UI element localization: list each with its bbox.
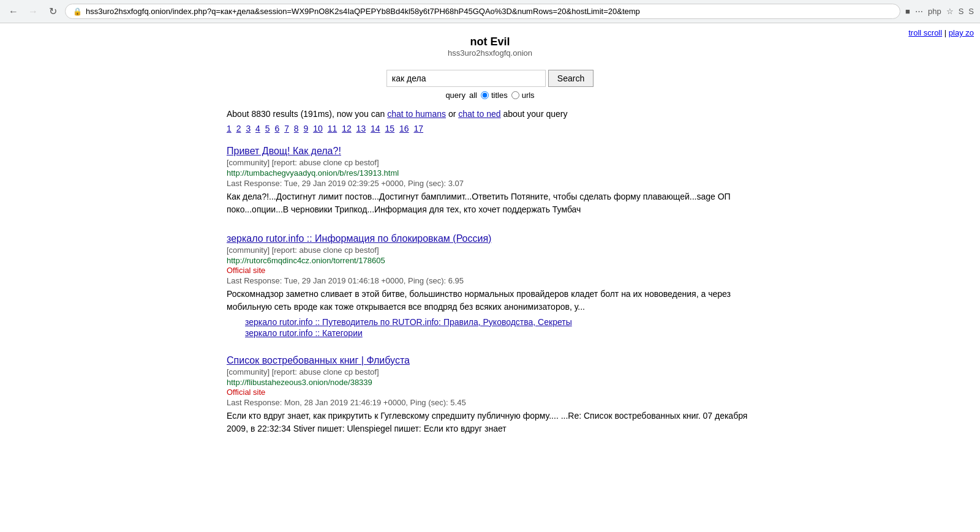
browser-actions: ■ ⋯ php ☆ S S — [905, 7, 974, 16]
address-bar[interactable]: 🔒 hss3uro2hsxfogfq.onion/index.php?q=как… — [65, 4, 900, 19]
result-ping: Last Response: Tue, 29 Jan 2019 01:46:18… — [227, 276, 753, 285]
profile-icon-2: S — [968, 7, 974, 16]
sub-links: зеркало rutor.info :: Путеводитель по RU… — [227, 317, 753, 338]
menu-icon: ⋯ — [915, 7, 923, 16]
page-5[interactable]: 5 — [265, 124, 270, 133]
urls-option[interactable]: urls — [511, 91, 535, 100]
address-text: hss3uro2hsxfogfq.onion/index.php?q=как+д… — [86, 7, 640, 16]
chat-humans-link[interactable]: chat to humans — [387, 109, 446, 119]
result-url-link[interactable]: http://rutorc6mqdinc4cz.onion/torrent/17… — [227, 256, 385, 265]
result-meta-text: [community] [report: abuse clone cp best… — [227, 245, 379, 255]
titles-label: titles — [491, 91, 508, 100]
about-text: about your query — [503, 109, 567, 119]
page-13[interactable]: 13 — [356, 124, 366, 133]
reload-button[interactable]: ↻ — [45, 4, 60, 19]
result-meta: [community] [report: abuse clone cp best… — [227, 158, 753, 167]
page-17[interactable]: 17 — [413, 124, 423, 133]
result-ping: Last Response: Mon, 28 Jan 2019 21:46:19… — [227, 398, 753, 407]
urls-radio[interactable] — [511, 91, 519, 99]
chat-ned-link[interactable]: chat to ned — [458, 109, 500, 119]
titles-radio[interactable] — [481, 91, 489, 99]
site-domain: hss3uro2hsxfogfq.onion — [227, 48, 753, 58]
result-title: Привет Двощ! Как дела?! — [227, 146, 753, 157]
titles-option[interactable]: titles — [481, 91, 508, 100]
result-url: http://tumbachegvyaadyq.onion/b/res/1391… — [227, 168, 753, 178]
page-11[interactable]: 11 — [328, 124, 337, 133]
browser-chrome: ← → ↻ 🔒 hss3uro2hsxfogfq.onion/index.php… — [0, 0, 980, 23]
play-zo-link[interactable]: play zo — [949, 28, 974, 37]
result-url-link[interactable]: http://tumbachegvyaadyq.onion/b/res/1391… — [227, 168, 399, 178]
search-input[interactable] — [386, 70, 546, 87]
result-item: Привет Двощ! Как дела?! [community] [rep… — [227, 146, 753, 216]
urls-label: urls — [522, 91, 535, 100]
result-title-link[interactable]: Привет Двощ! Как дела?! — [227, 146, 341, 156]
result-url-link[interactable]: http://flibustahezeous3.onion/node/38339 — [227, 378, 372, 387]
search-form: Search — [386, 70, 594, 87]
pagination: 1 2 3 4 5 6 7 8 9 10 11 12 13 14 15 16 1… — [227, 124, 753, 133]
site-header: not Evil hss3uro2hsxfogfq.onion — [227, 36, 753, 58]
result-snippet: Если кто вдруг знает, как прикрутить к Г… — [227, 410, 753, 435]
page-10[interactable]: 10 — [313, 124, 323, 133]
forward-button[interactable]: → — [26, 4, 40, 19]
or-text: or — [448, 109, 456, 119]
page-8[interactable]: 8 — [294, 124, 299, 133]
result-url: http://rutorc6mqdinc4cz.onion/torrent/17… — [227, 256, 753, 265]
page-9[interactable]: 9 — [304, 124, 309, 133]
query-label: query — [445, 91, 466, 100]
lock-icon: 🔒 — [73, 7, 82, 16]
top-right-links: troll scroll | play zo — [908, 28, 974, 37]
troll-scroll-link[interactable]: troll scroll — [908, 28, 942, 37]
result-item: зеркало rutor.info :: Информация по блок… — [227, 233, 753, 338]
results-summary: About 8830 results (191ms), now you can … — [227, 109, 753, 119]
result-title-link[interactable]: зеркало rutor.info :: Информация по блок… — [227, 233, 491, 244]
result-title-link[interactable]: Список востребованных книг | Флибуста — [227, 355, 410, 365]
back-button[interactable]: ← — [6, 4, 21, 19]
sub-link-2[interactable]: зеркало rutor.info :: Категории — [245, 328, 753, 338]
page-4[interactable]: 4 — [255, 124, 260, 133]
page-12[interactable]: 12 — [342, 124, 352, 133]
page-2[interactable]: 2 — [236, 124, 241, 133]
result-meta: [community] [report: abuse clone cp best… — [227, 245, 753, 255]
page-15[interactable]: 15 — [385, 124, 395, 133]
result-item: Список востребованных книг | Флибуста [c… — [227, 355, 753, 435]
result-snippet: Как дела?!...Достигнут лимит постов...До… — [227, 190, 753, 216]
profile-icon: S — [959, 7, 964, 16]
page-1[interactable]: 1 — [227, 124, 232, 133]
bookmarks-icon: ■ — [905, 7, 910, 16]
search-button[interactable]: Search — [548, 70, 594, 87]
site-title: not Evil — [227, 36, 753, 48]
result-title: зеркало rutor.info :: Информация по блок… — [227, 233, 753, 244]
result-official: Official site — [227, 266, 753, 275]
result-meta-text: [community] [report: abuse clone cp best… — [227, 367, 379, 377]
result-official: Official site — [227, 388, 753, 397]
result-meta-text: [community] [report: abuse clone cp best… — [227, 158, 379, 167]
summary-text: About 8830 results (191ms), now you can — [227, 109, 385, 119]
all-label: all — [469, 91, 477, 100]
search-options: query all titles urls — [227, 91, 753, 100]
separator: | — [944, 28, 946, 37]
result-url: http://flibustahezeous3.onion/node/38339 — [227, 378, 753, 387]
result-snippet: Роскомнадзор заметно сливает в этой битв… — [227, 288, 753, 313]
result-meta: [community] [report: abuse clone cp best… — [227, 367, 753, 377]
page-content: not Evil hss3uro2hsxfogfq.onion Search q… — [214, 23, 766, 465]
result-title: Список востребованных книг | Флибуста — [227, 355, 753, 366]
star-icon: ☆ — [946, 7, 954, 16]
page-14[interactable]: 14 — [371, 124, 380, 133]
search-area: Search query all titles urls — [227, 70, 753, 100]
page-6[interactable]: 6 — [274, 124, 279, 133]
sub-link-1[interactable]: зеркало rutor.info :: Путеводитель по RU… — [245, 317, 753, 327]
page-16[interactable]: 16 — [399, 124, 409, 133]
page-3[interactable]: 3 — [246, 124, 251, 133]
result-ping: Last Response: Tue, 29 Jan 2019 02:39:25… — [227, 179, 753, 188]
php-badge: php — [928, 7, 941, 16]
page-7[interactable]: 7 — [284, 124, 289, 133]
